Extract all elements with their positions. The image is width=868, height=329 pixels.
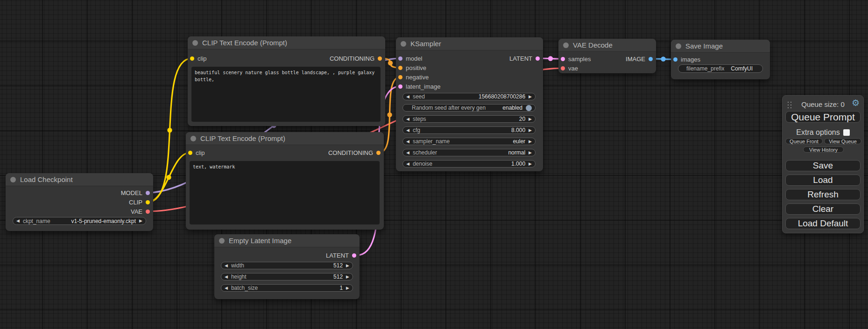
save-button[interactable]: Save bbox=[785, 160, 861, 171]
widget-ckpt-name[interactable]: ◀ ckpt_name v1-5-pruned-emaonly.ckpt ▶ bbox=[13, 217, 146, 225]
increment-arrow-icon[interactable]: ▶ bbox=[529, 140, 532, 144]
widget-width[interactable]: ◀ width 512 ▶ bbox=[221, 262, 353, 269]
widget-batch-size[interactable]: ◀ batch_size 1 ▶ bbox=[221, 284, 353, 292]
view-queue-button[interactable]: View Queue bbox=[824, 138, 861, 144]
node-empty-latent-image[interactable]: Empty Latent Image LATENT ◀ width 512 ▶ … bbox=[214, 234, 360, 299]
widget-label: sampler_name bbox=[413, 138, 450, 145]
collapse-dot-icon[interactable] bbox=[192, 40, 198, 46]
decrement-arrow-icon[interactable]: ◀ bbox=[406, 140, 409, 144]
input-port-vae[interactable] bbox=[561, 66, 565, 70]
collapse-dot-icon[interactable] bbox=[219, 238, 225, 244]
increment-arrow-icon[interactable]: ▶ bbox=[346, 264, 349, 268]
output-port-conditioning[interactable] bbox=[376, 151, 381, 155]
refresh-button[interactable]: Refresh bbox=[785, 189, 861, 200]
node-header[interactable]: Save Image bbox=[671, 40, 770, 53]
link-clip-to-negative-encode-midpoint-dot[interactable] bbox=[166, 175, 171, 180]
input-port-positive[interactable] bbox=[398, 66, 402, 70]
widget-steps[interactable]: ◀ steps 20 ▶ bbox=[402, 115, 536, 123]
increment-arrow-icon[interactable]: ▶ bbox=[529, 95, 532, 99]
decrement-arrow-icon[interactable]: ◀ bbox=[406, 162, 409, 166]
widget-height[interactable]: ◀ height 512 ▶ bbox=[221, 273, 353, 280]
output-port-latent[interactable] bbox=[352, 253, 356, 258]
node-load-checkpoint[interactable]: Load Checkpoint MODEL CLIP VAE ◀ ckpt_na… bbox=[6, 173, 153, 231]
widget-value: enabled bbox=[502, 105, 522, 111]
node-header[interactable]: CLIP Text Encode (Prompt) bbox=[188, 36, 385, 49]
queue-front-button[interactable]: Queue Front bbox=[785, 138, 823, 144]
node-header[interactable]: Empty Latent Image bbox=[214, 234, 360, 247]
node-header[interactable]: VAE Decode bbox=[558, 39, 656, 52]
prompt-text-area[interactable]: beautiful scenery nature glass bottle la… bbox=[191, 67, 381, 122]
output-row-conditioning: CONDITIONING bbox=[328, 149, 381, 156]
input-port-clip[interactable] bbox=[190, 56, 194, 61]
widget-label: width bbox=[231, 262, 244, 269]
increment-arrow-icon[interactable]: ▶ bbox=[139, 219, 142, 223]
view-history-button[interactable]: View History bbox=[803, 147, 844, 153]
widget-label: steps bbox=[413, 116, 426, 122]
widget-denoise[interactable]: ◀ denoise 1.000 ▶ bbox=[402, 160, 536, 168]
decrement-arrow-icon[interactable]: ◀ bbox=[406, 95, 409, 99]
output-port-vae[interactable] bbox=[146, 210, 150, 214]
increment-arrow-icon[interactable]: ▶ bbox=[529, 151, 532, 155]
input-port-images[interactable] bbox=[673, 57, 677, 62]
link-negative-conditioning-midpoint-dot[interactable] bbox=[387, 112, 392, 117]
decrement-arrow-icon[interactable]: ◀ bbox=[225, 275, 228, 279]
widget-seed[interactable]: ◀ seed 156680208700286 ▶ bbox=[402, 93, 536, 100]
output-port-latent[interactable] bbox=[536, 56, 540, 61]
node-clip-text-encode-positive[interactable]: CLIP Text Encode (Prompt) clip CONDITION… bbox=[188, 36, 385, 126]
load-button[interactable]: Load bbox=[785, 175, 861, 186]
node-header[interactable]: Load Checkpoint bbox=[6, 173, 153, 186]
input-row-positive: positive bbox=[398, 64, 426, 71]
widget-sampler-name[interactable]: ◀ sampler_name euler ▶ bbox=[402, 138, 536, 145]
input-port-model[interactable] bbox=[398, 56, 402, 61]
input-port-clip[interactable] bbox=[188, 151, 192, 155]
collapse-dot-icon[interactable] bbox=[191, 136, 196, 141]
decrement-arrow-icon[interactable]: ◀ bbox=[225, 264, 228, 268]
widget-scheduler[interactable]: ◀ scheduler normal ▶ bbox=[402, 149, 536, 156]
widget-cfg[interactable]: ◀ cfg 8.000 ▶ bbox=[402, 126, 536, 134]
load-default-button[interactable]: Load Default bbox=[785, 218, 861, 229]
collapse-dot-icon[interactable] bbox=[401, 41, 406, 47]
node-header[interactable]: CLIP Text Encode (Prompt) bbox=[186, 132, 384, 145]
queue-prompt-button[interactable]: Queue Prompt bbox=[785, 111, 861, 123]
extra-options-checkbox[interactable] bbox=[843, 129, 850, 136]
widget-value: 1.000 bbox=[511, 161, 525, 167]
input-port-latent-image[interactable] bbox=[398, 84, 402, 89]
increment-arrow-icon[interactable]: ▶ bbox=[346, 275, 349, 279]
decrement-arrow-icon[interactable]: ◀ bbox=[406, 117, 409, 121]
node-header[interactable]: KSampler bbox=[396, 37, 543, 50]
input-port-negative[interactable] bbox=[398, 75, 402, 79]
output-port-conditioning[interactable] bbox=[378, 56, 382, 61]
collapse-dot-icon[interactable] bbox=[563, 42, 569, 48]
decrement-arrow-icon[interactable]: ◀ bbox=[406, 128, 409, 133]
link-clip-to-positive-encode-midpoint-dot[interactable] bbox=[167, 128, 172, 133]
toggle-circle-icon[interactable] bbox=[526, 105, 532, 111]
widget-random-seed-toggle[interactable]: Random seed after every gen enabled bbox=[402, 104, 536, 112]
node-clip-text-encode-negative[interactable]: CLIP Text Encode (Prompt) clip CONDITION… bbox=[186, 132, 384, 230]
increment-arrow-icon[interactable]: ▶ bbox=[529, 162, 532, 166]
link-image-to-save-midpoint-dot[interactable] bbox=[661, 56, 665, 61]
clear-button[interactable]: Clear bbox=[785, 203, 861, 215]
node-ksampler[interactable]: KSampler model positive negative latent_… bbox=[396, 37, 543, 171]
decrement-arrow-icon[interactable]: ◀ bbox=[16, 219, 20, 223]
output-port-clip[interactable] bbox=[146, 200, 150, 204]
decrement-arrow-icon[interactable]: ◀ bbox=[225, 286, 228, 290]
increment-arrow-icon[interactable]: ▶ bbox=[529, 128, 532, 133]
link-latent-to-vae-decode-midpoint-dot[interactable] bbox=[548, 56, 553, 61]
output-row-model: MODEL bbox=[121, 189, 150, 196]
increment-arrow-icon[interactable]: ▶ bbox=[346, 286, 349, 290]
collapse-dot-icon[interactable] bbox=[10, 177, 16, 182]
prompt-text-area[interactable]: text, watermark bbox=[190, 161, 380, 224]
widget-filename-prefix[interactable]: filename_prefix ComfyUI bbox=[678, 64, 763, 73]
gear-icon[interactable]: ⚙ bbox=[852, 98, 860, 107]
input-label: vae bbox=[568, 65, 578, 72]
node-canvas[interactable]: Load Checkpoint MODEL CLIP VAE ◀ ckpt_na… bbox=[0, 0, 868, 329]
node-save-image[interactable]: Save Image images filename_prefix ComfyU… bbox=[671, 40, 770, 79]
collapse-dot-icon[interactable] bbox=[676, 43, 681, 49]
input-port-samples[interactable] bbox=[561, 57, 565, 61]
node-vae-decode[interactable]: VAE Decode samples vae IMAGE bbox=[558, 39, 656, 73]
output-port-model[interactable] bbox=[146, 191, 150, 195]
increment-arrow-icon[interactable]: ▶ bbox=[529, 117, 532, 121]
output-port-image[interactable] bbox=[649, 57, 653, 61]
link-positive-conditioning-midpoint-dot[interactable] bbox=[388, 61, 393, 65]
decrement-arrow-icon[interactable]: ◀ bbox=[406, 151, 409, 155]
